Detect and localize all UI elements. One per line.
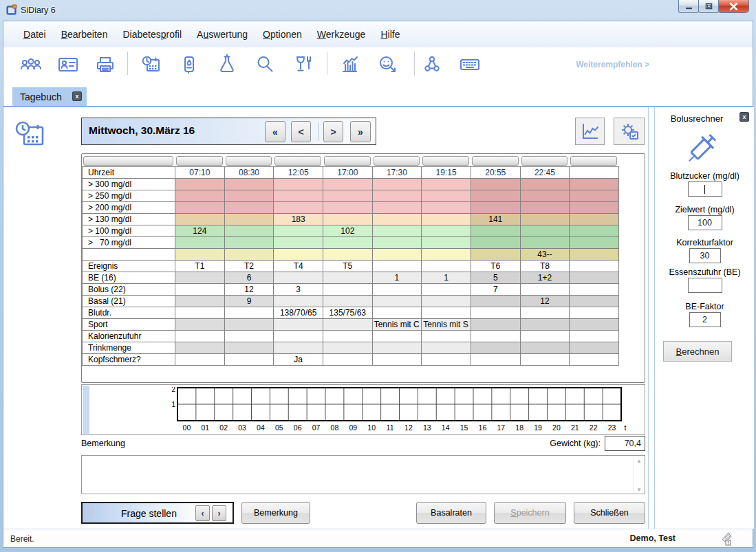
column-header-button[interactable] — [422, 156, 469, 166]
diary-cell[interactable] — [422, 354, 471, 366]
diary-cell[interactable]: 102 — [323, 225, 372, 237]
diary-cell[interactable]: 135/75/63 — [323, 307, 372, 319]
diary-cell[interactable]: 17:00 — [323, 167, 372, 179]
diary-cell[interactable] — [422, 284, 471, 296]
diary-cell[interactable] — [175, 202, 225, 214]
diary-cell[interactable] — [570, 202, 619, 214]
diary-cell[interactable] — [323, 319, 372, 331]
diary-cell[interactable]: T5 — [323, 261, 372, 272]
last-day-button[interactable]: » — [350, 121, 371, 142]
diary-cell[interactable] — [570, 261, 619, 272]
diary-cell[interactable] — [520, 307, 570, 319]
bolus-input-essenszufuhrbe[interactable] — [688, 278, 722, 293]
diary-cell[interactable] — [422, 202, 471, 214]
diary-cell[interactable]: 3 — [274, 284, 323, 296]
diary-cell[interactable] — [570, 249, 619, 261]
toolbar-statistics-button[interactable] — [337, 52, 362, 76]
diary-cell[interactable] — [274, 179, 323, 190]
diary-cell[interactable] — [274, 296, 323, 307]
column-header-button[interactable] — [374, 156, 420, 166]
diary-cell[interactable] — [323, 272, 372, 284]
diary-cell[interactable] — [224, 354, 274, 366]
diary-cell[interactable] — [372, 307, 422, 319]
diary-cell[interactable]: T2 — [224, 261, 274, 272]
diary-cell[interactable] — [520, 202, 570, 214]
diary-cell[interactable] — [175, 249, 225, 261]
bolus-input-blutzuckermgdl[interactable] — [688, 181, 722, 197]
diary-cell[interactable] — [520, 284, 570, 296]
diary-cell[interactable] — [224, 331, 274, 342]
diary-cell[interactable] — [520, 331, 570, 342]
toolbar-share-button[interactable] — [420, 52, 444, 76]
speichern-button[interactable]: Speichern — [494, 502, 566, 524]
diary-cell[interactable] — [471, 237, 520, 249]
diary-cell[interactable] — [274, 190, 323, 202]
tab-close-icon[interactable]: x — [72, 91, 82, 101]
diary-cell[interactable] — [570, 354, 619, 366]
diary-cell[interactable]: Ja — [274, 354, 323, 366]
diary-cell[interactable]: 5 — [471, 272, 520, 284]
remark-textarea[interactable]: ▲ ▼ — [81, 455, 645, 494]
diary-cell[interactable] — [175, 237, 225, 249]
diary-cell[interactable] — [372, 179, 422, 190]
diary-cell[interactable] — [175, 319, 225, 331]
diary-cell[interactable] — [323, 354, 372, 366]
diary-cell[interactable] — [372, 331, 422, 342]
diary-cell[interactable] — [274, 342, 323, 354]
close-button[interactable] — [718, 0, 749, 13]
next-day-button[interactable]: > — [323, 121, 343, 142]
diary-cell[interactable] — [372, 354, 422, 366]
diary-cell[interactable] — [175, 272, 225, 284]
diary-cell[interactable] — [224, 237, 274, 249]
menu-item-bearbeiten[interactable]: Bearbeiten — [54, 29, 116, 40]
ask-question-widget[interactable]: ? Frage stellen ‹ › — [81, 502, 234, 524]
diary-cell[interactable] — [372, 225, 422, 237]
diary-cell[interactable] — [372, 284, 422, 296]
diary-cell[interactable]: 12 — [224, 284, 274, 296]
toolbar-flask-button[interactable] — [215, 52, 239, 76]
weight-input[interactable]: 70,4 — [605, 436, 645, 451]
diary-cell[interactable] — [274, 249, 323, 261]
toolbar-glucose-meter-button[interactable] — [177, 52, 202, 76]
menu-item-auswertung[interactable]: Auswertung — [189, 29, 255, 40]
diary-cell[interactable] — [570, 167, 619, 179]
diary-cell[interactable]: Tennis mit C — [372, 319, 422, 331]
tab-tagebuch[interactable]: Tagebuch x — [12, 87, 87, 106]
diary-cell[interactable] — [224, 307, 274, 319]
diary-cell[interactable] — [372, 190, 422, 202]
diary-cell[interactable] — [471, 179, 520, 190]
diary-cell[interactable] — [422, 190, 471, 202]
bemerkung-button[interactable]: Bemerkung — [241, 502, 310, 524]
diary-cell[interactable] — [175, 179, 225, 190]
diary-cell[interactable]: 08:30 — [224, 167, 274, 179]
diary-cell[interactable] — [274, 237, 323, 249]
diary-cell[interactable] — [175, 296, 225, 307]
diary-cell[interactable] — [372, 296, 422, 307]
diary-cell[interactable]: 7 — [471, 284, 520, 296]
diary-cell[interactable] — [323, 202, 372, 214]
diary-cell[interactable] — [570, 307, 619, 319]
diary-cell[interactable]: 9 — [224, 296, 274, 307]
diary-cell[interactable] — [520, 214, 570, 225]
diary-cell[interactable]: 1 — [422, 272, 471, 284]
column-header-button[interactable] — [570, 156, 617, 166]
diary-cell[interactable] — [471, 249, 520, 261]
diary-cell[interactable]: 138/70/65 — [274, 307, 323, 319]
recommend-link[interactable]: Weiterempfehlen > — [576, 60, 649, 69]
diary-cell[interactable] — [175, 307, 225, 319]
diary-cell[interactable]: 1+2 — [520, 272, 570, 284]
diary-cell[interactable] — [323, 179, 372, 190]
diary-cell[interactable] — [372, 261, 422, 272]
diary-cell[interactable]: T1 — [175, 261, 225, 272]
diary-cell[interactable] — [570, 214, 619, 225]
diary-cell[interactable] — [372, 342, 422, 354]
menu-item-optionen[interactable]: Optionen — [255, 29, 310, 40]
diary-cell[interactable] — [274, 331, 323, 342]
berechnen-button[interactable]: Berechnen — [663, 341, 732, 362]
column-header-button[interactable] — [83, 156, 173, 166]
diary-cell[interactable] — [471, 307, 520, 319]
diary-cell[interactable] — [570, 237, 619, 249]
diary-cell[interactable]: 43-- — [520, 249, 570, 261]
diary-cell[interactable] — [520, 354, 570, 366]
menu-item-hilfe[interactable]: Hilfe — [373, 29, 407, 40]
